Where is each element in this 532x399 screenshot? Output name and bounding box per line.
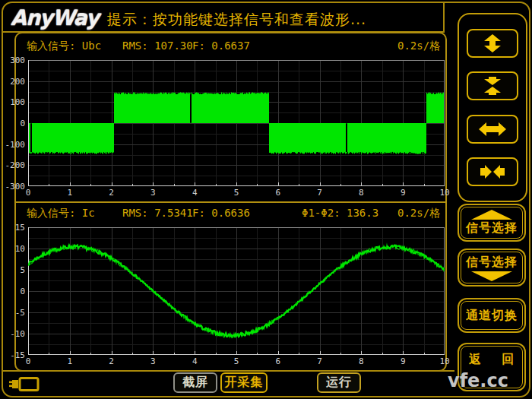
signal-select-up-button[interactable]: 信号选择	[461, 207, 523, 239]
y-axis-tick-label: 0	[20, 287, 28, 296]
y-axis-tick-label: 15	[15, 223, 28, 233]
frequency-value: F: 0.6636	[192, 207, 250, 219]
x-axis-tick-label: 1	[67, 188, 72, 198]
compress-vertical-button[interactable]	[467, 71, 518, 100]
start-capture-button[interactable]: 开采集	[220, 372, 268, 393]
x-axis-tick-label: 10	[439, 188, 449, 198]
triangle-up-icon	[471, 210, 512, 220]
back-label-left: 返	[469, 352, 482, 368]
vfe-watermark: vfe.cc	[448, 370, 508, 391]
y-axis-tick-label: 300	[10, 55, 28, 65]
compress-horizontal-button[interactable]	[467, 157, 518, 186]
x-axis-tick-label: 5	[234, 356, 239, 366]
chart-ic: 输入信号: Ic RMS: 7.5341 F: 0.6636 Φ1-Φ2: 13…	[16, 207, 445, 368]
y-axis-tick-label: 200	[10, 77, 28, 87]
ubc-plot-area: 3002001000-100-200-300012345678910	[28, 60, 445, 186]
channel-switch-label: 通道切换	[466, 308, 518, 324]
x-axis-tick-label: 3	[150, 356, 156, 366]
back-button[interactable]: 返 回	[461, 348, 522, 371]
title-right-divider	[443, 2, 445, 33]
zoom-button-group	[458, 13, 527, 202]
expand-vertical-icon	[479, 34, 506, 52]
waveform-panel: 输入信号: Ubc RMS: 107.30 F: 0.6637 0.2s/格 3…	[14, 32, 447, 372]
ic-plot-area: 151050-5-10-15012345678910	[28, 227, 445, 355]
chart-ubc: 输入信号: Ubc RMS: 107.30 F: 0.6637 0.2s/格 3…	[16, 40, 445, 201]
compress-vertical-icon	[479, 77, 506, 95]
phase-value: Φ1-Φ2: 136.3	[302, 207, 378, 219]
y-axis-tick-label: 10	[15, 244, 28, 254]
signal-select-up-label: 信号选择	[466, 220, 518, 236]
x-axis-tick-label: 2	[109, 188, 114, 198]
x-axis-tick-label: 6	[275, 188, 280, 198]
x-axis-tick-label: 10	[439, 356, 449, 366]
channel-switch-wrapper: 通道切换	[458, 298, 526, 333]
y-axis-tick-label: -100	[5, 140, 29, 150]
x-axis-tick-label: 8	[359, 356, 364, 366]
y-axis-tick-label: 0	[20, 119, 28, 128]
x-axis-tick-label: 4	[192, 356, 198, 366]
signal-select-down-label: 信号选择	[466, 255, 518, 271]
signal-select-down-button[interactable]: 信号选择	[461, 252, 523, 283]
device-screen: AnyWay 提示：按功能键选择信号和查看波形... 输入信号: Ubc RMS…	[0, 0, 532, 399]
y-axis-tick-label: -300	[5, 182, 29, 192]
anyway-logo: AnyWay	[11, 6, 99, 30]
triangle-down-icon	[471, 271, 512, 281]
chart-divider	[15, 201, 446, 203]
timebase-value: 0.2s/格	[397, 40, 440, 53]
x-axis-tick-label: 1	[67, 356, 72, 366]
channel-switch-button[interactable]: 通道切换	[461, 301, 523, 330]
expand-horizontal-button[interactable]	[467, 115, 518, 144]
bottom-divider	[2, 370, 454, 372]
rms-value: RMS: 7.5341	[122, 207, 193, 219]
back-label-right: 回	[502, 352, 515, 368]
x-axis-tick-label: 0	[26, 356, 31, 366]
x-axis-tick-label: 6	[275, 356, 280, 366]
x-axis-tick-label: 3	[150, 188, 156, 198]
run-button[interactable]: 运行	[317, 372, 361, 393]
x-axis-tick-label: 7	[317, 188, 322, 198]
signal-label: 输入信号: Ic	[27, 207, 95, 220]
timebase-value: 0.2s/格	[397, 207, 440, 220]
y-axis-tick-label: -200	[5, 160, 29, 170]
frequency-value: F: 0.6637	[192, 40, 250, 52]
expand-vertical-button[interactable]	[467, 29, 518, 58]
x-axis-tick-label: 5	[234, 188, 239, 198]
x-axis-tick-label: 9	[401, 356, 406, 366]
signal-select-down-wrapper: 信号选择	[458, 249, 526, 287]
expand-horizontal-icon	[479, 120, 506, 138]
y-axis-tick-label: 5	[20, 265, 28, 275]
y-axis-tick-label: -10	[10, 329, 28, 339]
x-axis-tick-label: 0	[26, 188, 31, 198]
battery-icon	[9, 375, 41, 396]
y-axis-tick-label: 100	[10, 97, 28, 107]
rms-value: RMS: 107.30	[122, 40, 193, 52]
ubc-waveform-canvas	[28, 60, 445, 186]
x-axis-tick-label: 8	[359, 188, 364, 198]
x-axis-tick-label: 4	[192, 188, 198, 198]
compress-horizontal-icon	[479, 163, 506, 181]
screenshot-button[interactable]: 截屏	[173, 372, 217, 393]
x-axis-tick-label: 2	[109, 356, 114, 366]
signal-label: 输入信号: Ubc	[27, 40, 101, 53]
signal-select-up-wrapper: 信号选择	[458, 204, 526, 242]
y-axis-tick-label: -5	[15, 308, 28, 318]
ic-waveform-canvas	[28, 227, 445, 355]
x-axis-tick-label: 9	[401, 188, 406, 198]
page-title: 提示：按功能键选择信号和查看波形...	[107, 10, 366, 30]
x-axis-tick-label: 7	[317, 356, 322, 366]
